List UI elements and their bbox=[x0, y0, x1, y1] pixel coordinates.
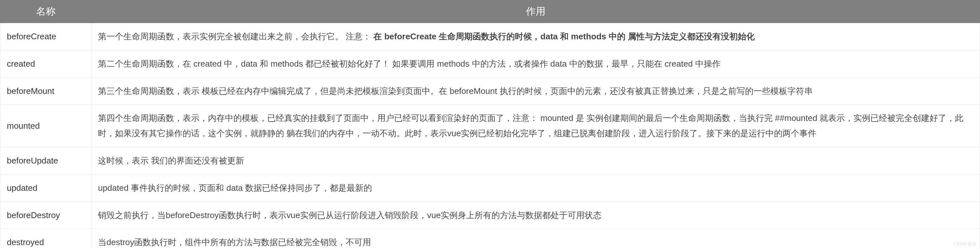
table-row: created第二个生命周期函数，在 created 中，data 和 meth… bbox=[0, 50, 980, 78]
desc-text: 这时候，表示 我们的界面还没有被更新 bbox=[98, 156, 244, 165]
desc-bold: 在 beforeCreate 生命周期函数执行的时候，data 和 method… bbox=[373, 32, 755, 41]
cell-desc: 销毁之前执行，当beforeDestroy函数执行时，表示vue实例已从运行阶段… bbox=[91, 201, 980, 229]
table-row: updatedupdated 事件执行的时候，页面和 data 数据已经保持同步… bbox=[0, 174, 980, 201]
table-row: beforeMount第三个生命周期函数，表示 模板已经在内存中编辑完成了，但是… bbox=[0, 78, 980, 105]
cell-desc: 第二个生命周期函数，在 created 中，data 和 methods 都已经… bbox=[91, 50, 980, 78]
desc-text: 第一个生命周期函数，表示实例完全被创建出来之前，会执行它。 注意： bbox=[98, 32, 373, 41]
table-row: mounted第四个生命周期函数，表示，内存中的模板，已经真实的挂载到了页面中，… bbox=[0, 105, 980, 147]
cell-desc: 第一个生命周期函数，表示实例完全被创建出来之前，会执行它。 注意： 在 befo… bbox=[91, 23, 980, 51]
cell-desc: updated 事件执行的时候，页面和 data 数据已经保持同步了，都是最新的 bbox=[91, 174, 980, 201]
table-header-row: 名称 作用 bbox=[0, 0, 980, 23]
cell-name: beforeCreate bbox=[0, 23, 91, 51]
cell-name: created bbox=[0, 50, 91, 78]
header-name: 名称 bbox=[0, 0, 91, 23]
desc-text: updated 事件执行的时候，页面和 data 数据已经保持同步了，都是最新的 bbox=[98, 183, 372, 193]
cell-name: destroyed bbox=[0, 229, 91, 249]
desc-text: 第四个生命周期函数，表示，内存中的模板，已经真实的挂载到了页面中，用户已经可以看… bbox=[98, 113, 963, 138]
cell-name: beforeDestroy bbox=[0, 201, 91, 229]
table-row: beforeDestroy销毁之前执行，当beforeDestroy函数执行时，… bbox=[0, 201, 980, 229]
table-row: beforeUpdate这时候，表示 我们的界面还没有被更新 bbox=[0, 147, 980, 174]
cell-name: beforeMount bbox=[0, 78, 91, 105]
cell-name: mounted bbox=[0, 105, 91, 147]
desc-text: 第二个生命周期函数，在 created 中，data 和 methods 都已经… bbox=[98, 59, 721, 68]
table-row: beforeCreate第一个生命周期函数，表示实例完全被创建出来之前，会执行它… bbox=[0, 23, 980, 51]
table-row: destroyed当destroy函数执行时，组件中所有的方法与数据已经被完全销… bbox=[0, 229, 980, 249]
desc-text: 第三个生命周期函数，表示 模板已经在内存中编辑完成了，但是尚未把模板渲染到页面中… bbox=[98, 86, 813, 96]
cell-name: updated bbox=[0, 174, 91, 201]
lifecycle-table: 名称 作用 beforeCreate第一个生命周期函数，表示实例完全被创建出来之… bbox=[0, 0, 980, 249]
cell-desc: 第四个生命周期函数，表示，内存中的模板，已经真实的挂载到了页面中，用户已经可以看… bbox=[91, 105, 980, 147]
header-desc: 作用 bbox=[91, 0, 980, 23]
cell-desc: 当destroy函数执行时，组件中所有的方法与数据已经被完全销毁，不可用 bbox=[91, 229, 980, 249]
cell-desc: 第三个生命周期函数，表示 模板已经在内存中编辑完成了，但是尚未把模板渲染到页面中… bbox=[91, 78, 980, 105]
desc-text: 当destroy函数执行时，组件中所有的方法与数据已经被完全销毁，不可用 bbox=[98, 237, 371, 247]
desc-text: 销毁之前执行，当beforeDestroy函数执行时，表示vue实例已从运行阶段… bbox=[98, 210, 601, 220]
cell-name: beforeUpdate bbox=[0, 147, 91, 174]
cell-desc: 这时候，表示 我们的界面还没有被更新 bbox=[91, 147, 980, 174]
